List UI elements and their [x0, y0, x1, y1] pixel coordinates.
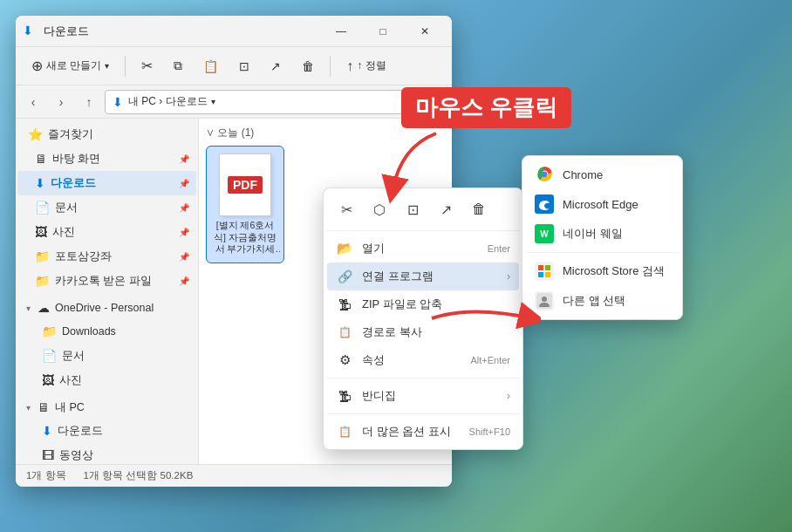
submenu-store-item[interactable]: Microsoft Store 검색 — [526, 256, 679, 286]
sort-button[interactable]: ↑ ↑ 정렬 — [338, 55, 394, 78]
copy-icon: ⧉ — [174, 58, 182, 73]
star-icon: ⭐ — [28, 127, 43, 141]
ctx-open-label: 열기 — [362, 241, 479, 256]
sidebar-desktop-label: 바탕 화면 — [52, 152, 100, 167]
submenu-separator — [526, 252, 679, 253]
toolbar: ⊕ 새로 만들기 ▾ ✂ ⧉ 📋 ⊡ ↗ 🗑 ↑ ↑ 정렬 — [16, 47, 452, 85]
ctx-moreoptions-shortcut: Shift+F10 — [469, 426, 510, 437]
ctx-openwith-item[interactable]: 🔗 연결 프로그램 › — [327, 263, 519, 290]
forward-button[interactable]: › — [49, 90, 73, 114]
pin4-icon: 📌 — [179, 228, 189, 237]
rename-icon: ⊡ — [239, 59, 249, 73]
svg-text:W: W — [540, 229, 549, 239]
path-text: 내 PC › 다운로드 — [128, 94, 208, 109]
svg-rect-10 — [545, 272, 550, 277]
up-button[interactable]: ↑ — [77, 90, 101, 114]
new-label: 새로 만들기 — [46, 58, 101, 73]
maximize-button[interactable]: □ — [363, 19, 403, 44]
paste-icon: 📋 — [203, 59, 218, 73]
ctx-properties-item[interactable]: ⚙ 속성 Alt+Enter — [327, 346, 519, 374]
sort-label: ↑ 정렬 — [357, 58, 386, 73]
svg-point-12 — [542, 297, 547, 302]
sidebar-item-od-docs[interactable]: 📄 문서 — [17, 344, 196, 368]
path-dropdown-icon: ▾ — [211, 97, 215, 106]
rename-button[interactable]: ⊡ — [230, 56, 258, 77]
sidebar-kakao-label: 카카오톡 받은 파일 — [55, 274, 152, 289]
ctx-sep-2 — [327, 413, 519, 414]
od-photos-icon: 🖼 — [42, 373, 54, 387]
address-path[interactable]: ⬇ 내 PC › 다운로드 ▾ — [105, 90, 419, 114]
file-item-pdf[interactable]: PDF [별지 제6호서식] 자금출처명서 부가가치세 법 시 행규칙).pdf — [206, 146, 284, 263]
expand2-icon: ▾ — [26, 403, 31, 413]
properties-icon: ⚙ — [336, 352, 353, 368]
sidebar-item-kakao[interactable]: 📁 카카오톡 받은 파일 📌 — [17, 269, 196, 293]
sidebar-item-photos[interactable]: 🖼 사진 📌 — [17, 220, 196, 244]
sidebar-od-docs-label: 문서 — [62, 349, 85, 364]
sidebar-item-downloads[interactable]: ⬇ 다운로드 📌 — [17, 171, 196, 195]
pin2-icon: 📌 — [179, 179, 189, 188]
submenu-edge-item[interactable]: Microsoft Edge — [526, 189, 679, 219]
svg-rect-8 — [545, 265, 550, 270]
submenu-chrome-item[interactable]: Chrome — [526, 160, 679, 189]
new-button[interactable]: ⊕ 새로 만들기 ▾ — [23, 54, 118, 78]
delete-button[interactable]: 🗑 — [293, 56, 323, 77]
ctx-moreoptions-label: 더 많은 옵션 표시 — [362, 424, 461, 440]
cut-icon: ✂ — [141, 58, 153, 74]
sidebar-item-pc-videos[interactable]: 🎞 동영상 — [17, 443, 196, 464]
sidebar-item-od-downloads[interactable]: 📁 Downloads — [17, 319, 196, 344]
edge-label: Microsoft Edge — [563, 198, 638, 211]
ctx-cut-button[interactable]: ✂ — [332, 195, 360, 223]
sidebar-item-documents[interactable]: 📄 문서 📌 — [17, 195, 196, 220]
sidebar-item-this-pc[interactable]: ▾ 🖥 내 PC — [16, 396, 198, 419]
status-bar: 1개 항목 1개 항목 선택함 50.2KB — [16, 464, 452, 487]
share-button[interactable]: ↗ — [262, 56, 290, 77]
sidebar-pc-videos-label: 동영상 — [59, 448, 93, 463]
pin5-icon: 📌 — [179, 252, 189, 262]
sidebar-downloads-label: 다운로드 — [51, 176, 96, 191]
submenu-otherapp-item[interactable]: 다른 앱 선택 — [526, 286, 679, 316]
right-click-annotation: 마우스 우클릭 — [401, 87, 571, 128]
pc-icon: 🖥 — [38, 400, 50, 414]
delete-icon: 🗑 — [302, 59, 314, 73]
sidebar-item-favorites[interactable]: ⭐ 즐겨찾기 — [17, 122, 196, 147]
sort-icon: ↑ — [346, 58, 353, 74]
close-button[interactable]: ✕ — [405, 19, 445, 44]
sidebar-item-desktop[interactable]: 🖥 바탕 화면 📌 — [17, 147, 196, 171]
expand-icon: ▾ — [26, 304, 31, 313]
sidebar-photos-label: 사진 — [52, 225, 75, 240]
ctx-properties-shortcut: Alt+Enter — [470, 355, 510, 365]
store-icon — [535, 262, 554, 281]
cut-button[interactable]: ✂ — [133, 54, 161, 78]
svg-point-2 — [542, 172, 547, 177]
pin6-icon: 📌 — [179, 276, 189, 286]
copy-button[interactable]: ⧉ — [165, 55, 191, 77]
arrow-2 — [427, 297, 541, 344]
ctx-bandizip-item[interactable]: 🗜 반디집 › — [327, 382, 519, 410]
submenu-naver-item[interactable]: W 네이버 웨일 — [526, 219, 679, 249]
sidebar-pc-downloads-label: 다운로드 — [58, 424, 103, 439]
pdf-badge: PDF — [228, 176, 263, 194]
sidebar-item-photo-class[interactable]: 📁 포토삼강좌 📌 — [17, 244, 196, 269]
whale-icon: W — [535, 224, 554, 243]
paste-button[interactable]: 📋 — [195, 56, 227, 77]
minimize-button[interactable]: — — [321, 19, 361, 44]
sidebar-item-od-photos[interactable]: 🖼 사진 — [17, 368, 196, 392]
sidebar-item-onedrive[interactable]: ▾ ☁ OneDrive - Personal — [16, 297, 198, 319]
new-icon: ⊕ — [31, 58, 43, 74]
ctx-sep-1 — [327, 378, 519, 379]
otherapp-label: 다른 앱 선택 — [563, 293, 625, 309]
pc-downloads-icon: ⬇ — [42, 424, 52, 438]
sidebar-favorites-label: 즐겨찾기 — [48, 127, 93, 142]
sidebar: ⭐ 즐겨찾기 🖥 바탕 화면 📌 ⬇ 다운로드 📌 📄 문서 📌 🖼 사진 — [16, 119, 199, 464]
selected-info: 1개 항목 선택함 50.2KB — [84, 469, 194, 482]
back-button[interactable]: ‹ — [21, 90, 45, 114]
sidebar-item-pc-downloads[interactable]: ⬇ 다운로드 — [17, 419, 196, 443]
pdf-thumbnail: PDF — [219, 153, 271, 216]
ctx-open-item[interactable]: 📂 열기 Enter — [327, 235, 519, 263]
desktop-icon: 🖥 — [35, 152, 47, 166]
ctx-moreoptions-item[interactable]: 📋 더 많은 옵션 표시 Shift+F10 — [327, 418, 519, 446]
documents-icon: 📄 — [35, 201, 50, 215]
naver-label: 네이버 웨일 — [563, 226, 623, 242]
ctx-delete-button[interactable]: 🗑 — [465, 195, 493, 223]
ctx-bandizip-label: 반디집 — [362, 388, 498, 404]
